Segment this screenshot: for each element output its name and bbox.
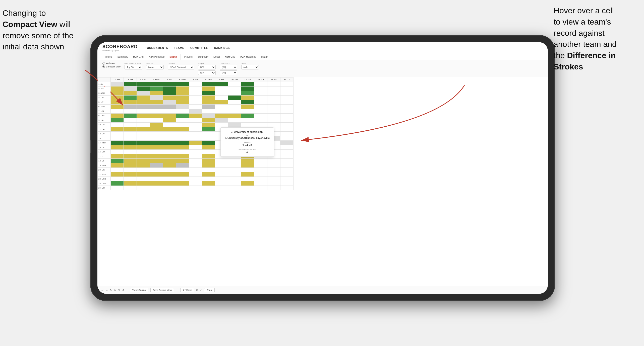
matrix-cell[interactable]	[254, 172, 267, 177]
matrix-cell[interactable]	[189, 86, 202, 91]
matrix-cell[interactable]	[137, 159, 150, 163]
matrix-cell[interactable]	[137, 118, 150, 123]
matrix-cell[interactable]	[215, 168, 228, 172]
matrix-cell[interactable]	[215, 105, 228, 109]
matrix-cell[interactable]	[111, 154, 124, 159]
matrix-cell[interactable]	[241, 109, 254, 114]
matrix-cell[interactable]	[189, 181, 202, 186]
matrix-cell[interactable]	[215, 123, 228, 127]
matrix-cell[interactable]	[228, 100, 241, 105]
matrix-cell[interactable]	[280, 163, 294, 168]
matrix-cell[interactable]	[267, 114, 280, 118]
full-view-radio-circle[interactable]	[102, 62, 105, 65]
sub-nav-players-detail[interactable]: Detail	[211, 54, 222, 60]
matrix-cell[interactable]	[202, 132, 215, 136]
matrix-cell[interactable]	[202, 168, 215, 172]
matrix-cell[interactable]	[163, 96, 176, 100]
matrix-cell[interactable]	[124, 127, 137, 132]
matrix-cell[interactable]	[163, 172, 176, 177]
matrix-cell[interactable]	[137, 181, 150, 186]
matrix-cell[interactable]	[202, 159, 215, 163]
matrix-cell[interactable]	[176, 168, 189, 172]
matrix-cell[interactable]	[150, 132, 163, 136]
matrix-cell[interactable]	[241, 181, 254, 186]
matrix-cell[interactable]	[163, 163, 176, 168]
matrix-cell[interactable]	[137, 100, 150, 105]
matrix-cell[interactable]	[176, 123, 189, 127]
matrix-cell[interactable]	[254, 91, 267, 96]
matrix-cell[interactable]	[163, 127, 176, 132]
matrix-cell[interactable]	[280, 105, 294, 109]
matrix-cell[interactable]	[189, 123, 202, 127]
matrix-cell[interactable]	[241, 177, 254, 181]
matrix-cell[interactable]	[280, 127, 294, 132]
matrix-cell[interactable]	[124, 154, 137, 159]
matrix-cell[interactable]	[124, 163, 137, 168]
matrix-cell[interactable]	[280, 186, 294, 190]
matrix-cell[interactable]	[280, 96, 294, 100]
matrix-cell[interactable]	[150, 159, 163, 163]
matrix-cell[interactable]	[163, 123, 176, 127]
matrix-cell[interactable]	[137, 177, 150, 181]
matrix-cell[interactable]	[111, 145, 124, 150]
matrix-cell[interactable]	[254, 100, 267, 105]
matrix-cell[interactable]	[150, 105, 163, 109]
matrix-cell[interactable]	[137, 172, 150, 177]
matrix-cell[interactable]	[111, 118, 124, 123]
matrix-cell[interactable]	[111, 96, 124, 100]
matrix-cell[interactable]	[202, 82, 215, 86]
matrix-cell[interactable]	[280, 159, 294, 163]
matrix-cell[interactable]	[111, 132, 124, 136]
matrix-cell[interactable]	[150, 172, 163, 177]
matrix-cell[interactable]	[189, 141, 202, 145]
undo-icon[interactable]: ↩	[101, 289, 103, 292]
matrix-cell[interactable]	[124, 172, 137, 177]
matrix-cell[interactable]	[111, 105, 124, 109]
matrix-cell[interactable]	[124, 118, 137, 123]
sub-nav-summary[interactable]: Summary	[115, 54, 131, 60]
matrix-cell[interactable]	[150, 145, 163, 150]
matrix-cell[interactable]	[137, 136, 150, 141]
matrix-cell[interactable]	[189, 96, 202, 100]
matrix-cell[interactable]	[215, 159, 228, 163]
matrix-cell[interactable]	[124, 181, 137, 186]
matrix-cell[interactable]	[150, 100, 163, 105]
matrix-cell[interactable]	[150, 123, 163, 127]
matrix-cell[interactable]	[111, 186, 124, 190]
matrix-cell[interactable]	[150, 181, 163, 186]
matrix-cell[interactable]	[124, 114, 137, 118]
matrix-cell[interactable]	[111, 141, 124, 145]
matrix-cell[interactable]	[202, 91, 215, 96]
matrix-cell[interactable]	[215, 177, 228, 181]
full-view-radio[interactable]: Full View	[102, 62, 121, 65]
matrix-cell[interactable]	[137, 105, 150, 109]
matrix-cell[interactable]	[254, 163, 267, 168]
matrix-cell[interactable]	[137, 127, 150, 132]
zoom-in-icon[interactable]: ⊕	[114, 289, 116, 292]
watch-button[interactable]: 👁 Watch	[180, 288, 194, 292]
matrix-cell[interactable]	[137, 141, 150, 145]
matrix-cell[interactable]	[111, 109, 124, 114]
matrix-cell[interactable]	[150, 150, 163, 154]
matrix-cell[interactable]	[254, 105, 267, 109]
matrix-cell[interactable]	[124, 100, 137, 105]
matrix-cell[interactable]	[176, 100, 189, 105]
matrix-cell[interactable]	[215, 82, 228, 86]
matrix-cell[interactable]	[176, 150, 189, 154]
matrix-cell[interactable]	[124, 186, 137, 190]
matrix-cell[interactable]	[280, 181, 294, 186]
matrix-cell[interactable]	[163, 114, 176, 118]
matrix-cell[interactable]	[280, 172, 294, 177]
matrix-cell[interactable]	[267, 96, 280, 100]
matrix-cell[interactable]	[254, 82, 267, 86]
matrix-cell[interactable]	[176, 118, 189, 123]
matrix-cell[interactable]	[176, 82, 189, 86]
matrix-cell[interactable]	[163, 136, 176, 141]
matrix-cell[interactable]	[241, 105, 254, 109]
matrix-cell[interactable]	[228, 159, 241, 163]
matrix-cell[interactable]	[228, 118, 241, 123]
settings-icon[interactable]: ⚙	[109, 289, 112, 292]
matrix-cell[interactable]	[241, 100, 254, 105]
matrix-cell[interactable]	[124, 96, 137, 100]
matrix-cell[interactable]	[228, 96, 241, 100]
